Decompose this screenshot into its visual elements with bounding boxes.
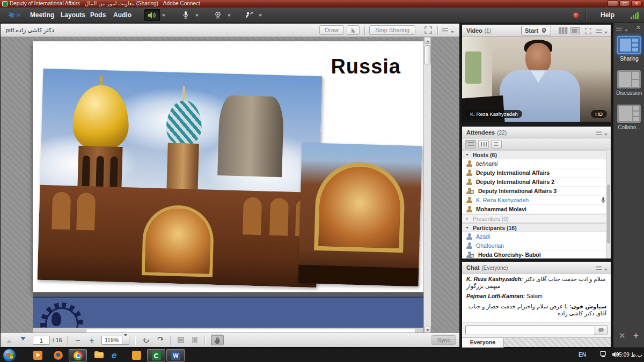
hand-pan-tool-button[interactable] [211,335,224,345]
sidebar-menu-button[interactable] [616,26,628,32]
attendees-scrollbar[interactable] [606,150,611,258]
microphone-dropdown[interactable] [193,9,200,21]
video-pod-menu-button[interactable] [596,28,608,34]
send-message-button[interactable] [595,325,608,335]
collapse-triangle-icon: ▼ [465,224,469,232]
taskbar-connect-button[interactable] [147,349,165,361]
raise-hand-button[interactable] [241,9,257,21]
attendee-row[interactable]: Hoda Ghoreishy- Babol [462,250,611,258]
remove-pod-icon[interactable]: ✕ [619,331,626,341]
layout-label-collaboration[interactable]: Collabo... [613,124,644,130]
attendee-row[interactable]: Mohammad Molavi [462,205,611,214]
taskbar-chrome-button[interactable] [69,349,87,361]
attendee-row[interactable]: Deputy International Affairs 2 [462,178,611,187]
host-person-icon [466,206,473,212]
stop-sharing-button[interactable]: Stop Sharing [369,25,415,35]
zoom-in-button[interactable]: + [86,335,97,345]
attendee-row[interactable]: Azadi [462,232,611,241]
speaker-dropdown[interactable] [160,9,167,21]
presenters-group-header[interactable]: ► Presenters (0) [462,214,611,223]
layout-thumb-discussion[interactable] [617,70,641,88]
attendee-row[interactable]: Ghafourian [462,241,611,250]
video-pod-header: Video(1) Start [462,25,611,36]
attendee-row[interactable]: behnami [462,159,611,168]
webcam-button[interactable] [210,9,225,21]
taskbar-word-button[interactable]: W [166,349,185,361]
fit-width-button[interactable] [175,335,186,345]
connection-signal-icon [631,12,639,19]
next-page-button[interactable] [18,335,28,345]
next-slide-header-band [33,297,423,328]
menu-layouts[interactable]: Layouts [61,8,85,23]
tray-language[interactable]: EN [579,352,586,362]
filmstrip-view-icon[interactable] [570,27,580,34]
pdf-toolbar: / 16 − + 119% [1,333,459,347]
share-pod-menu-button[interactable] [442,27,454,34]
menu-help[interactable]: Help [601,8,614,23]
attendee-row[interactable]: Deputy International Affairs 3 [462,187,611,196]
vertical-scrollbar[interactable] [423,37,431,334]
taskbar-ie-icon[interactable]: e [112,351,121,360]
video-pod-title: Video [466,27,482,34]
webcam-dropdown[interactable] [225,9,232,21]
speaker-button[interactable] [144,9,160,21]
rotate-right-button[interactable] [155,335,166,345]
zoom-dropdown-caret[interactable] [122,336,129,344]
attendee-row[interactable]: Deputy International Affairs [462,168,611,178]
chat-pod-menu-button[interactable] [596,265,608,271]
attendee-list-view-button[interactable] [465,140,476,149]
tab-everyone[interactable]: Everyone [462,338,504,348]
church-facade [38,184,319,287]
attendees-pod-menu-button[interactable] [596,130,608,136]
taskbar-firefox-icon[interactable] [54,351,63,360]
attendee-grid-view-button[interactable] [478,140,489,149]
attendee-status-view-button[interactable] [491,140,502,149]
taskbar-notes-icon[interactable] [132,351,141,360]
layout-label-discussion[interactable]: Discussion [613,90,644,96]
sync-button[interactable]: Sync [431,335,456,345]
attendee-name: Deputy International Affairs [476,168,550,177]
facade-arch [318,166,401,248]
attendees-scrollbar-thumb[interactable] [607,184,610,243]
microphone-button[interactable] [178,9,193,21]
attendee-name: Mohammad Molavi [476,205,526,213]
minimize-button[interactable]: — [608,1,618,6]
speech-bubble-icon [597,327,605,334]
chat-tab-bar: Everyone [462,337,611,347]
participants-group-header[interactable]: ▼ Participants (16) [462,223,611,232]
layout-thumb-sharing[interactable] [617,36,641,54]
rotate-left-button[interactable] [140,335,151,345]
menu-meeting[interactable]: Meeting [30,8,54,23]
hosts-group-header[interactable]: ▼ Hosts (6) [462,150,611,159]
previous-page-button[interactable] [4,335,14,345]
attendee-row[interactable]: K. Reza Kashyzadeh [462,196,611,205]
raise-hand-dropdown[interactable] [257,9,264,21]
menu-pods[interactable]: Pods [90,8,106,23]
chat-message-input[interactable] [465,325,595,335]
draw-button[interactable]: Draw [319,25,344,35]
layout-label-sharing[interactable]: Sharing [613,56,644,62]
start-webcam-button[interactable]: Start [521,26,551,35]
pointer-tool-button[interactable] [347,25,360,35]
layout-thumb-collaboration[interactable] [617,105,641,123]
menu-audio[interactable]: Audio [113,8,131,23]
scroll-up-button[interactable] [425,37,431,44]
close-button[interactable]: ✕ [631,1,642,6]
add-pod-icon[interactable]: + [633,330,639,341]
tray-network-icon[interactable] [600,351,608,358]
vertical-scrollbar-thumb[interactable] [425,45,431,64]
page-number-input[interactable] [33,336,50,345]
share-pod: دکتر کاشی زاده.pdf Draw Stop Sharing [0,23,460,348]
fit-page-button[interactable] [189,335,200,345]
zoom-level-select[interactable]: 119% [101,336,129,345]
attendees-count: (22) [497,130,507,136]
maximize-button[interactable]: ▢ [619,1,630,6]
taskbar-explorer-icon[interactable] [94,351,104,360]
taskbar-media-player-icon[interactable] [33,351,42,360]
sidebar-close-icon[interactable]: ✕ [636,24,641,31]
collapse-triangle-icon: ► [465,215,469,223]
start-button[interactable] [3,349,16,362]
grid-view-icon[interactable] [559,27,568,34]
zoom-out-button[interactable]: − [72,335,83,345]
tray-clock[interactable]: ب.ظ 05:09 [616,352,642,362]
